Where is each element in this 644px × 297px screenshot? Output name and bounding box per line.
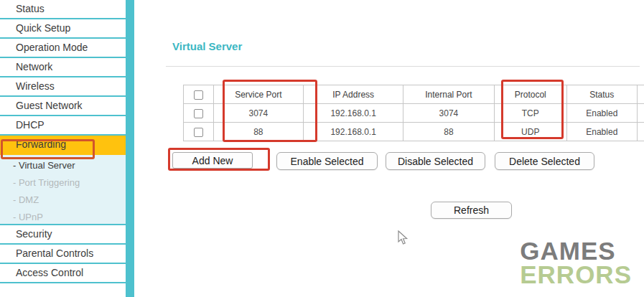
select-all-checkbox[interactable] [194, 90, 203, 100]
row-checkbox-cell [184, 104, 214, 123]
cell-ip-address: 192.168.0.1 [303, 104, 403, 123]
sidebar-item-dhcp[interactable]: DHCP [0, 116, 126, 136]
cell-protocol: TCP [494, 104, 566, 123]
mouse-cursor-icon [397, 230, 409, 246]
forwarding-submenu: - Virtual Server - Port Triggering - DMZ… [0, 155, 126, 225]
disable-selected-button[interactable]: Disable Selected [386, 152, 485, 170]
sidebar-subitem-upnp[interactable]: - UPnP [0, 209, 126, 226]
refresh-button[interactable]: Refresh [431, 202, 512, 219]
delete-selected-button[interactable]: Delete Selected [495, 152, 594, 170]
cell-internal-port: 3074 [403, 104, 494, 123]
add-new-button[interactable]: Add New [172, 152, 253, 169]
table-row: 88 192.168.0.1 88 UDP Enabled [184, 123, 644, 141]
sidebar-item-security[interactable]: Security [0, 225, 126, 245]
col-header-status: Status [567, 85, 638, 104]
cell-ip-address: 192.168.0.1 [303, 123, 403, 141]
enable-selected-button[interactable]: Enable Selected [276, 152, 378, 170]
cell-cutoff [637, 123, 644, 141]
sidebar-item-status[interactable]: Status [0, 0, 126, 19]
table-header-row: Service Port IP Address Internal Port Pr… [184, 85, 644, 104]
sidebar-accent-bar [126, 0, 134, 297]
sidebar-item-wireless[interactable]: Wireless [0, 77, 126, 97]
col-header-internal-port: Internal Port [403, 85, 494, 104]
col-header-ip-address: IP Address [303, 85, 403, 104]
row-checkbox[interactable] [194, 109, 203, 118]
title-divider [166, 66, 640, 67]
watermark-line2: ERRORS [520, 263, 632, 287]
sidebar-item-quick-setup[interactable]: Quick Setup [0, 19, 126, 39]
cell-cutoff [637, 104, 644, 123]
sidebar-item-network[interactable]: Network [0, 58, 126, 77]
header-checkbox-cell [184, 85, 214, 104]
sidebar-subitem-virtual-server[interactable]: - Virtual Server [0, 157, 126, 174]
cell-protocol: UDP [494, 123, 566, 141]
sidebar-item-guest-network[interactable]: Guest Network [0, 97, 126, 116]
cell-status: Enabled [567, 104, 638, 123]
row-checkbox-cell [184, 123, 214, 141]
sidebar-item-forwarding[interactable]: Forwarding [0, 136, 126, 155]
sidebar-item-access-control[interactable]: Access Control [0, 264, 126, 283]
watermark-line1: GAMES [520, 239, 632, 263]
sidebar-subitem-port-triggering[interactable]: - Port Triggering [0, 174, 126, 192]
col-header-service-port: Service Port [213, 85, 303, 104]
virtual-server-table: Service Port IP Address Internal Port Pr… [183, 85, 644, 141]
sidebar-item-operation-mode[interactable]: Operation Mode [0, 39, 126, 58]
row-checkbox[interactable] [194, 128, 203, 137]
cell-status: Enabled [567, 123, 638, 141]
cell-internal-port: 88 [403, 123, 494, 141]
table-row: 3074 192.168.0.1 3074 TCP Enabled [184, 104, 644, 123]
sidebar-subitem-dmz[interactable]: - DMZ [0, 192, 126, 209]
sidebar-nav: Status Quick Setup Operation Mode Networ… [0, 0, 126, 283]
col-header-cutoff [637, 85, 644, 104]
games-errors-watermark: GAMES ERRORS [520, 239, 632, 287]
sidebar-item-parental-controls[interactable]: Parental Controls [0, 245, 126, 264]
col-header-protocol: Protocol [494, 85, 566, 104]
cell-service-port: 88 [213, 123, 303, 141]
cell-service-port: 3074 [213, 104, 303, 123]
page-title: Virtual Server [172, 40, 242, 52]
